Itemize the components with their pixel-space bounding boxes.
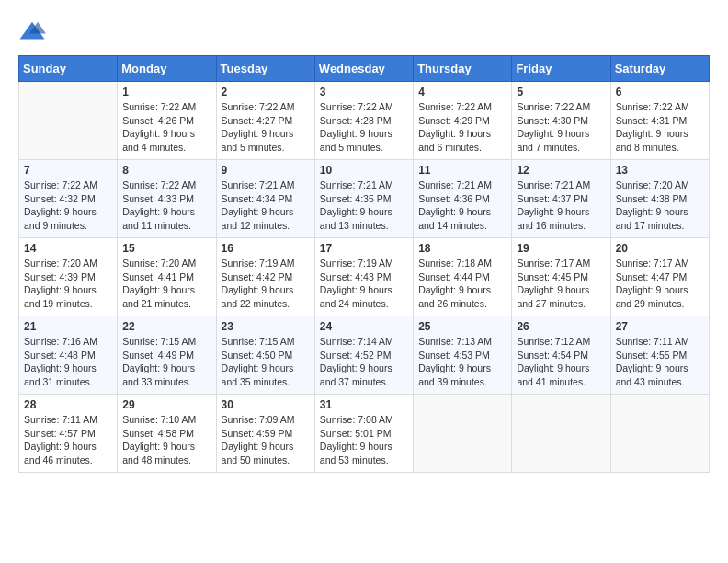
cell-text: Sunrise: 7:22 AMSunset: 4:29 PMDaylight:…	[418, 101, 492, 153]
day-number: 15	[122, 242, 210, 255]
day-number: 23	[222, 320, 310, 333]
cell-text: Sunrise: 7:16 AMSunset: 4:48 PMDaylight:…	[24, 336, 97, 387]
day-number: 2	[222, 86, 310, 98]
cell-text: Sunrise: 7:22 AMSunset: 4:31 PMDaylight:…	[616, 101, 689, 153]
calendar-header-sunday: Sunday	[19, 56, 118, 82]
calendar-cell: 7 Sunrise: 7:22 AMSunset: 4:32 PMDayligh…	[19, 160, 118, 238]
cell-text: Sunrise: 7:11 AMSunset: 4:57 PMDaylight:…	[24, 414, 97, 465]
day-number: 24	[320, 320, 408, 333]
day-number: 5	[517, 86, 605, 98]
calendar-cell	[512, 395, 610, 473]
calendar-header-wednesday: Wednesday	[314, 56, 413, 82]
day-number: 12	[517, 164, 605, 177]
calendar-table: SundayMondayTuesdayWednesdayThursdayFrid…	[18, 55, 710, 473]
calendar-cell: 13 Sunrise: 7:20 AMSunset: 4:38 PMDaylig…	[610, 160, 709, 238]
day-number: 29	[122, 398, 210, 411]
day-number: 31	[320, 398, 408, 411]
calendar-body: 1 Sunrise: 7:22 AMSunset: 4:26 PMDayligh…	[19, 82, 710, 473]
day-number: 4	[418, 86, 506, 98]
calendar-header-saturday: Saturday	[610, 56, 709, 82]
logo	[18, 18, 50, 46]
cell-text: Sunrise: 7:11 AMSunset: 4:55 PMDaylight:…	[616, 336, 689, 387]
day-number: 30	[222, 398, 310, 411]
cell-text: Sunrise: 7:10 AMSunset: 4:58 PMDaylight:…	[122, 414, 196, 465]
cell-text: Sunrise: 7:19 AMSunset: 4:42 PMDaylight:…	[222, 258, 295, 309]
calendar-cell: 1 Sunrise: 7:22 AMSunset: 4:26 PMDayligh…	[118, 82, 216, 160]
cell-text: Sunrise: 7:21 AMSunset: 4:34 PMDaylight:…	[222, 179, 295, 231]
cell-text: Sunrise: 7:15 AMSunset: 4:50 PMDaylight:…	[222, 336, 295, 387]
cell-text: Sunrise: 7:22 AMSunset: 4:26 PMDaylight:…	[122, 101, 196, 153]
cell-text: Sunrise: 7:18 AMSunset: 4:44 PMDaylight:…	[418, 258, 492, 309]
calendar-header-row: SundayMondayTuesdayWednesdayThursdayFrid…	[19, 56, 710, 82]
calendar-cell: 28 Sunrise: 7:11 AMSunset: 4:57 PMDaylig…	[19, 395, 118, 473]
day-number: 22	[122, 320, 210, 333]
calendar-cell: 24 Sunrise: 7:14 AMSunset: 4:52 PMDaylig…	[314, 316, 413, 395]
day-number: 14	[24, 242, 112, 255]
cell-text: Sunrise: 7:21 AMSunset: 4:37 PMDaylight:…	[517, 179, 590, 231]
calendar-header-friday: Friday	[512, 56, 610, 82]
day-number: 26	[517, 320, 605, 333]
cell-text: Sunrise: 7:17 AMSunset: 4:45 PMDaylight:…	[517, 258, 590, 309]
cell-text: Sunrise: 7:12 AMSunset: 4:54 PMDaylight:…	[517, 336, 590, 387]
cell-text: Sunrise: 7:19 AMSunset: 4:43 PMDaylight:…	[320, 258, 393, 309]
calendar-cell: 22 Sunrise: 7:15 AMSunset: 4:49 PMDaylig…	[118, 316, 216, 395]
day-number: 28	[24, 398, 112, 411]
day-number: 3	[320, 86, 408, 98]
day-number: 27	[616, 320, 704, 333]
calendar-cell: 8 Sunrise: 7:22 AMSunset: 4:33 PMDayligh…	[118, 160, 216, 238]
cell-text: Sunrise: 7:22 AMSunset: 4:27 PMDaylight:…	[222, 101, 295, 153]
calendar-week-4: 21 Sunrise: 7:16 AMSunset: 4:48 PMDaylig…	[19, 316, 710, 395]
calendar-week-3: 14 Sunrise: 7:20 AMSunset: 4:39 PMDaylig…	[19, 238, 710, 316]
day-number: 9	[222, 164, 310, 177]
cell-text: Sunrise: 7:14 AMSunset: 4:52 PMDaylight:…	[320, 336, 393, 387]
day-number: 18	[418, 242, 506, 255]
calendar-cell: 20 Sunrise: 7:17 AMSunset: 4:47 PMDaylig…	[610, 238, 709, 316]
calendar-header-thursday: Thursday	[414, 56, 512, 82]
cell-text: Sunrise: 7:21 AMSunset: 4:35 PMDaylight:…	[320, 179, 393, 231]
calendar-cell: 9 Sunrise: 7:21 AMSunset: 4:34 PMDayligh…	[216, 160, 314, 238]
calendar-cell: 29 Sunrise: 7:10 AMSunset: 4:58 PMDaylig…	[118, 395, 216, 473]
calendar-cell: 6 Sunrise: 7:22 AMSunset: 4:31 PMDayligh…	[610, 82, 709, 160]
day-number: 11	[418, 164, 506, 177]
logo-icon	[18, 18, 46, 46]
calendar-week-5: 28 Sunrise: 7:11 AMSunset: 4:57 PMDaylig…	[19, 395, 710, 473]
day-number: 7	[24, 164, 112, 177]
calendar-cell: 5 Sunrise: 7:22 AMSunset: 4:30 PMDayligh…	[512, 82, 610, 160]
calendar-week-1: 1 Sunrise: 7:22 AMSunset: 4:26 PMDayligh…	[19, 82, 710, 160]
cell-text: Sunrise: 7:09 AMSunset: 4:59 PMDaylight:…	[222, 414, 295, 465]
day-number: 17	[320, 242, 408, 255]
cell-text: Sunrise: 7:22 AMSunset: 4:32 PMDaylight:…	[24, 179, 97, 231]
day-number: 25	[418, 320, 506, 333]
calendar-header-tuesday: Tuesday	[216, 56, 314, 82]
day-number: 19	[517, 242, 605, 255]
day-number: 21	[24, 320, 112, 333]
cell-text: Sunrise: 7:22 AMSunset: 4:33 PMDaylight:…	[122, 179, 196, 231]
calendar-cell: 11 Sunrise: 7:21 AMSunset: 4:36 PMDaylig…	[414, 160, 512, 238]
day-number: 10	[320, 164, 408, 177]
calendar-cell	[414, 395, 512, 473]
page-header	[18, 18, 710, 46]
cell-text: Sunrise: 7:20 AMSunset: 4:41 PMDaylight:…	[122, 258, 196, 309]
calendar-cell: 12 Sunrise: 7:21 AMSunset: 4:37 PMDaylig…	[512, 160, 610, 238]
calendar-cell: 25 Sunrise: 7:13 AMSunset: 4:53 PMDaylig…	[414, 316, 512, 395]
cell-text: Sunrise: 7:13 AMSunset: 4:53 PMDaylight:…	[418, 336, 492, 387]
calendar-cell	[19, 82, 118, 160]
day-number: 20	[616, 242, 704, 255]
calendar-cell: 14 Sunrise: 7:20 AMSunset: 4:39 PMDaylig…	[19, 238, 118, 316]
calendar-cell: 2 Sunrise: 7:22 AMSunset: 4:27 PMDayligh…	[216, 82, 314, 160]
day-number: 1	[122, 86, 210, 98]
calendar-cell: 4 Sunrise: 7:22 AMSunset: 4:29 PMDayligh…	[414, 82, 512, 160]
cell-text: Sunrise: 7:20 AMSunset: 4:38 PMDaylight:…	[616, 179, 689, 231]
cell-text: Sunrise: 7:15 AMSunset: 4:49 PMDaylight:…	[122, 336, 196, 387]
cell-text: Sunrise: 7:21 AMSunset: 4:36 PMDaylight:…	[418, 179, 492, 231]
cell-text: Sunrise: 7:17 AMSunset: 4:47 PMDaylight:…	[616, 258, 689, 309]
calendar-header-monday: Monday	[118, 56, 216, 82]
calendar-cell: 15 Sunrise: 7:20 AMSunset: 4:41 PMDaylig…	[118, 238, 216, 316]
calendar-cell: 17 Sunrise: 7:19 AMSunset: 4:43 PMDaylig…	[314, 238, 413, 316]
day-number: 16	[222, 242, 310, 255]
calendar-cell: 31 Sunrise: 7:08 AMSunset: 5:01 PMDaylig…	[314, 395, 413, 473]
cell-text: Sunrise: 7:08 AMSunset: 5:01 PMDaylight:…	[320, 414, 393, 465]
calendar-cell: 30 Sunrise: 7:09 AMSunset: 4:59 PMDaylig…	[216, 395, 314, 473]
calendar-cell: 27 Sunrise: 7:11 AMSunset: 4:55 PMDaylig…	[610, 316, 709, 395]
day-number: 8	[122, 164, 210, 177]
